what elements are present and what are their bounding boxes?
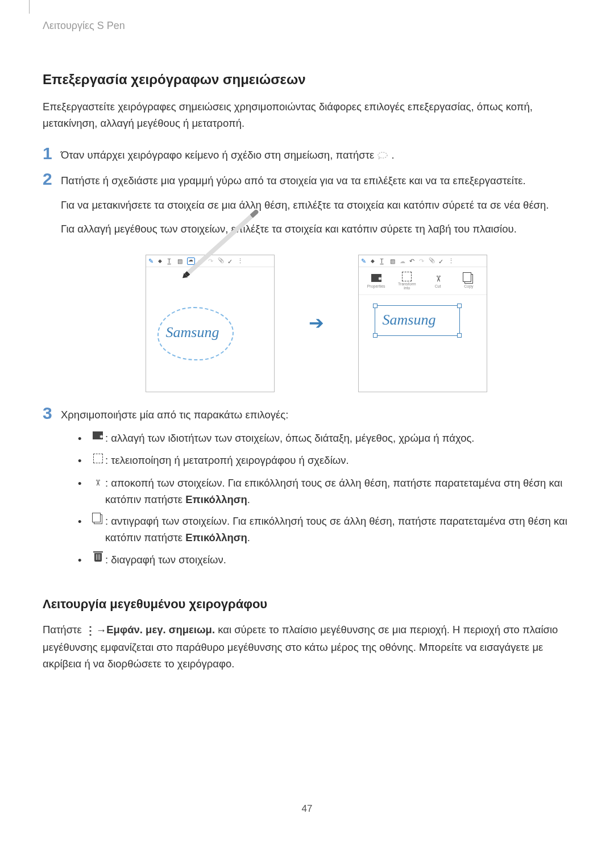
lasso-select-icon <box>377 151 388 161</box>
text-icon <box>168 258 174 264</box>
more-icon <box>448 258 454 264</box>
more-icon <box>237 258 243 264</box>
text-icon <box>380 258 387 264</box>
arrow-right-icon: ➔ <box>309 309 324 338</box>
redo-icon <box>208 258 214 264</box>
step-3: 3 Χρησιμοποιήστε μία από τις παρακάτω επ… <box>43 404 571 574</box>
popup-cut-label: Cut <box>435 284 441 288</box>
step-1-text-b: . <box>391 149 394 161</box>
options-list: • : αλλαγή των ιδιοτήτων των στοιχείων, … <box>78 430 571 569</box>
para2-arrow: → <box>96 622 107 639</box>
trash-icon <box>90 552 105 562</box>
bullet-dot: • <box>78 513 90 530</box>
attach-icon <box>429 258 435 264</box>
option-copy-bold: Επικόλληση <box>185 531 247 543</box>
para2-a: Πατήστε <box>43 624 85 636</box>
lasso-tool-icon <box>187 258 195 265</box>
image-icon <box>390 258 396 264</box>
step-2-line1: Πατήστε ή σχεδιάστε μια γραμμή γύρω από … <box>61 173 571 189</box>
step-1-text-a: Όταν υπάρχει χειρόγραφο κείμενο ή σχέδιο… <box>61 149 377 161</box>
popup-cut: Cut <box>425 274 450 288</box>
lasso-tool-icon <box>400 258 406 264</box>
properties-icon <box>371 274 381 283</box>
canvas-after: Samsung <box>359 295 487 392</box>
magnified-paragraph: Πατήστε ⋮ → Εμφάν. μεγ. σημειωμ. και σύρ… <box>43 622 571 672</box>
cut-icon <box>434 274 442 283</box>
bullet-dot: • <box>78 452 90 470</box>
note-toolbar-left <box>146 255 274 267</box>
image-icon <box>177 258 184 264</box>
para2-bold: Εμφάν. μεγ. σημειωμ. <box>106 624 215 636</box>
heading-magnified-handwriting: Λειτουργία μεγεθυμένου χειρογράφου <box>43 597 571 612</box>
cut-icon <box>90 475 105 489</box>
option-properties: • : αλλαγή των ιδιοτήτων των στοιχείων, … <box>78 430 571 447</box>
bullet-dot: • <box>78 475 90 492</box>
intro-paragraph: Επεξεργαστείτε χειρόγραφες σημειώσεις χρ… <box>43 99 571 131</box>
option-properties-text: : αλλαγή των ιδιοτήτων των στοιχείων, όπ… <box>105 430 571 447</box>
option-transform-text: : τελειοποίηση ή μετατροπή χειρογράφου ή… <box>105 452 571 469</box>
step-2: 2 Πατήστε ή σχεδιάστε μια γραμμή γύρω απ… <box>43 169 571 398</box>
handwriting-sample-right: Samsung <box>383 309 436 331</box>
option-delete: • : διαγραφή των στοιχείων. <box>78 552 571 569</box>
popup-properties: Properties <box>364 274 389 288</box>
brush-icon <box>158 258 164 264</box>
more-options-icon: ⋮ <box>85 622 96 639</box>
heading-edit-handwritten: Επεξεργασία χειρόγραφων σημειώσεων <box>43 72 571 88</box>
attach-icon <box>218 258 224 264</box>
step-2-line2: Για να μετακινήσετε τα στοιχεία σε μια ά… <box>61 197 571 214</box>
option-cut: • : αποκοπή των στοιχείων. Για επικόλλησ… <box>78 475 571 508</box>
option-cut-text-c: . <box>247 493 250 505</box>
step-1: 1 Όταν υπάρχει χειρόγραφο κείμενο ή σχέδ… <box>43 144 571 164</box>
screenshot-before: Samsung <box>146 255 275 392</box>
page-number: 47 <box>43 803 571 815</box>
popup-copy-label: Copy <box>464 284 473 288</box>
option-copy-text-c: . <box>247 531 250 543</box>
note-toolbar-right <box>359 255 487 267</box>
transform-icon <box>402 272 412 281</box>
screenshot-after: Properties Transform into Cut Copy <box>358 255 487 392</box>
done-icon <box>227 258 234 264</box>
illustration-container: Samsung ➔ <box>61 255 571 392</box>
copy-icon <box>90 513 105 524</box>
option-transform: • : τελειοποίηση ή μετατροπή χειρογράφου… <box>78 452 571 470</box>
bullet-dot: • <box>78 430 90 447</box>
bullet-dot: • <box>78 552 90 569</box>
section-header-label: Λειτουργίες S Pen <box>43 20 571 32</box>
stylus-illustration <box>184 209 259 277</box>
undo-icon <box>409 258 416 264</box>
popup-transform: Transform into <box>395 272 420 290</box>
popup-transform-label: Transform into <box>395 282 420 290</box>
handwriting-sample-left: Samsung <box>166 321 219 344</box>
step-3-text: Χρησιμοποιήστε μία από τις παρακάτω επιλ… <box>61 407 571 423</box>
canvas-before: Samsung <box>146 267 274 392</box>
header-divider <box>29 0 30 14</box>
transform-icon <box>90 452 105 463</box>
redo-icon <box>419 258 425 264</box>
selection-popup: Properties Transform into Cut Copy <box>359 267 487 295</box>
pen-icon <box>361 258 367 264</box>
option-cut-text-a: : αποκοπή των στοιχείων. Για επικόλλησή … <box>105 477 562 505</box>
svg-point-0 <box>378 152 387 158</box>
step-2-line3: Για αλλαγή μεγέθους των στοιχείων, επιλέ… <box>61 221 571 238</box>
step-3-number: 3 <box>43 404 61 423</box>
popup-properties-label: Properties <box>367 284 385 288</box>
brush-icon <box>371 258 377 264</box>
option-copy: • : αντιγραφή των στοιχείων. Για επικόλλ… <box>78 513 571 546</box>
option-copy-text-a: : αντιγραφή των στοιχείων. Για επικόλλησ… <box>105 515 567 543</box>
properties-icon <box>90 430 105 439</box>
pen-icon <box>148 258 155 264</box>
step-2-number: 2 <box>43 169 61 189</box>
step-1-number: 1 <box>43 144 61 164</box>
option-delete-text: : διαγραφή των στοιχείων. <box>105 552 571 568</box>
done-icon <box>438 258 445 264</box>
option-cut-bold: Επικόλληση <box>185 493 247 505</box>
popup-copy: Copy <box>456 274 481 288</box>
copy-icon <box>464 274 473 283</box>
